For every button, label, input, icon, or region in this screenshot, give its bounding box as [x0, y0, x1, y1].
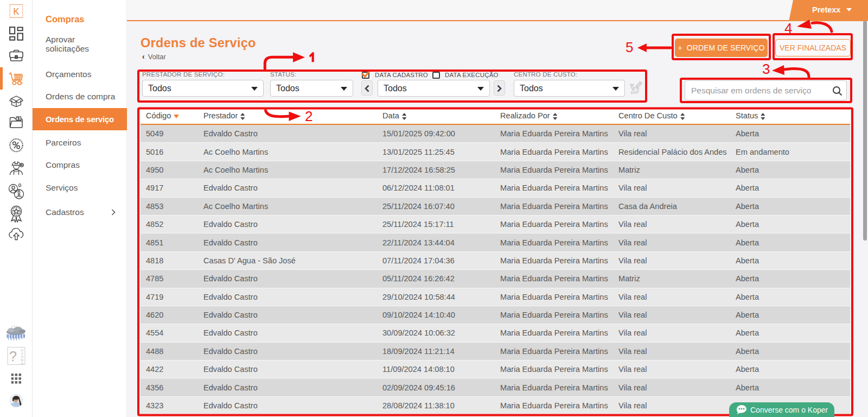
svg-text:3: 3: [762, 61, 770, 77]
svg-text:4: 4: [784, 20, 792, 36]
svg-text:K: K: [13, 7, 20, 17]
svg-text:5: 5: [626, 39, 633, 55]
